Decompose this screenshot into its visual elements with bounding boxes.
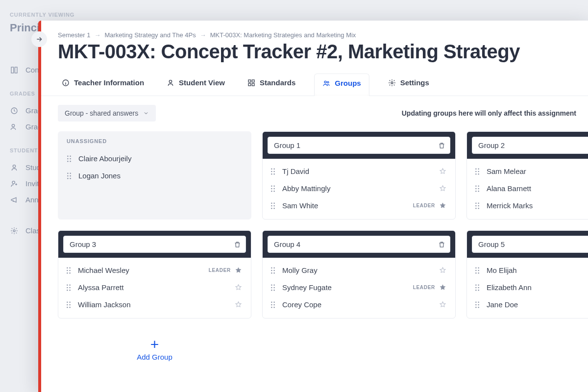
group-member[interactable]: Mo Elijah: [475, 262, 588, 279]
drag-handle-icon[interactable]: [66, 267, 71, 274]
unassigned-member[interactable]: Claire Abourjeily: [67, 150, 243, 167]
drag-handle-icon[interactable]: [270, 202, 275, 209]
svg-point-49: [478, 171, 479, 172]
group-member[interactable]: Michael WesleyLEADER: [66, 262, 242, 279]
group-member[interactable]: Sydney FugateLEADER: [270, 279, 446, 296]
svg-point-14: [327, 81, 329, 83]
leader-star-icon[interactable]: [235, 267, 242, 274]
group-member[interactable]: Sam Melear: [475, 163, 588, 180]
unassigned-member[interactable]: Logan Jones: [67, 167, 243, 184]
groups-scope-note: Updating groups here will only affect th…: [402, 109, 576, 117]
tab-settings[interactable]: Settings: [384, 74, 433, 96]
group-name-input[interactable]: Group 2: [472, 137, 588, 154]
leader-badge: LEADER: [413, 203, 435, 208]
drag-handle-icon[interactable]: [475, 202, 480, 209]
svg-point-54: [475, 188, 476, 189]
svg-point-31: [273, 171, 274, 172]
star-icon[interactable]: [235, 301, 242, 308]
panel-tabs: Teacher Information Student View Standar…: [38, 74, 588, 96]
drag-handle-icon[interactable]: [270, 301, 275, 308]
drag-handle-icon[interactable]: [67, 155, 72, 162]
member-name: Jane Doe: [487, 300, 518, 309]
arrow-right-icon: [35, 35, 43, 43]
star-icon[interactable]: [235, 284, 242, 291]
drag-handle-icon[interactable]: [66, 284, 71, 291]
svg-point-114: [475, 304, 476, 305]
group-member[interactable]: Tj David: [270, 163, 446, 180]
star-icon[interactable]: [439, 267, 446, 274]
drag-handle-icon[interactable]: [475, 168, 480, 175]
group-member[interactable]: Merrick Marks: [475, 197, 588, 214]
content-icon: [10, 66, 19, 74]
svg-point-116: [475, 307, 476, 308]
unassigned-card: UNASSIGNEDClaire AbourjeilyLogan Jones: [58, 131, 251, 220]
svg-point-108: [475, 287, 476, 288]
group-member[interactable]: Molly Gray: [270, 262, 446, 279]
svg-point-34: [271, 185, 272, 186]
group-member[interactable]: Sam WhiteLEADER: [270, 197, 446, 214]
member-name: Alana Barnett: [487, 184, 531, 193]
group-member[interactable]: Corey Cope: [270, 296, 446, 313]
svg-point-25: [70, 175, 71, 176]
group-name-input[interactable]: Group 3: [63, 236, 246, 253]
drag-handle-icon[interactable]: [475, 185, 480, 192]
svg-point-63: [478, 208, 479, 209]
leader-star-icon[interactable]: [439, 284, 446, 291]
drag-handle-icon[interactable]: [270, 284, 275, 291]
breadcrumb-item[interactable]: Marketing Strategy and The 4Ps: [104, 31, 196, 39]
tab-teacher-information[interactable]: Teacher Information: [58, 74, 148, 96]
breadcrumb-item[interactable]: Semester 1: [58, 31, 90, 39]
svg-point-112: [475, 301, 476, 302]
drag-handle-icon[interactable]: [66, 301, 71, 308]
member-name: Michael Wesley: [78, 266, 129, 274]
drag-handle-icon[interactable]: [270, 267, 275, 274]
leader-star-icon[interactable]: [439, 202, 446, 209]
svg-point-37: [273, 188, 274, 189]
drag-handle-icon[interactable]: [270, 185, 275, 192]
add-group-button[interactable]: +Add Group: [58, 329, 251, 361]
svg-point-58: [475, 202, 476, 203]
collapse-panel-button[interactable]: [31, 31, 47, 47]
delete-group-button[interactable]: [234, 241, 241, 248]
breadcrumb-item[interactable]: MKT-003X: Marketing Strategies and Marke…: [210, 31, 356, 39]
group-member[interactable]: Abby Mattingly: [270, 180, 446, 197]
group-name-input[interactable]: Group 1: [268, 137, 450, 154]
delete-group-button[interactable]: [438, 142, 445, 149]
drag-handle-icon[interactable]: [270, 168, 275, 175]
svg-point-70: [67, 284, 68, 285]
svg-point-48: [475, 171, 476, 172]
group-name-input[interactable]: Group 5: [472, 236, 588, 253]
tab-groups[interactable]: Groups: [314, 74, 369, 96]
group-member[interactable]: Jane Doe: [475, 296, 588, 313]
unassigned-label: UNASSIGNED: [67, 138, 243, 144]
member-name: Sam White: [282, 201, 318, 210]
svg-point-93: [273, 290, 274, 291]
group-member[interactable]: Elizabeth Ann: [475, 279, 588, 296]
clock-icon: [10, 107, 19, 115]
group-name-input[interactable]: Group 4: [268, 236, 450, 253]
tab-standards[interactable]: Standards: [244, 74, 299, 96]
svg-point-113: [478, 301, 479, 302]
star-icon[interactable]: [439, 301, 446, 308]
drag-handle-icon[interactable]: [475, 284, 480, 291]
svg-point-65: [69, 267, 70, 268]
svg-point-92: [271, 290, 272, 291]
svg-point-105: [478, 272, 479, 273]
svg-point-6: [13, 230, 15, 232]
star-icon[interactable]: [439, 185, 446, 192]
svg-point-61: [478, 205, 479, 206]
svg-point-109: [478, 287, 479, 288]
group-mode-dropdown[interactable]: Group - shared answers: [58, 105, 156, 122]
group-member[interactable]: Alana Barnett: [475, 180, 588, 197]
svg-point-22: [67, 172, 68, 173]
svg-point-78: [67, 304, 68, 305]
member-name: Molly Gray: [282, 266, 318, 274]
drag-handle-icon[interactable]: [67, 172, 72, 179]
star-icon[interactable]: [439, 168, 446, 175]
tab-student-view[interactable]: Student View: [163, 74, 229, 96]
group-member[interactable]: Alyssa Parrett: [66, 279, 242, 296]
drag-handle-icon[interactable]: [475, 301, 480, 308]
group-member[interactable]: William Jackson: [66, 296, 242, 313]
delete-group-button[interactable]: [438, 241, 445, 248]
drag-handle-icon[interactable]: [475, 267, 480, 274]
